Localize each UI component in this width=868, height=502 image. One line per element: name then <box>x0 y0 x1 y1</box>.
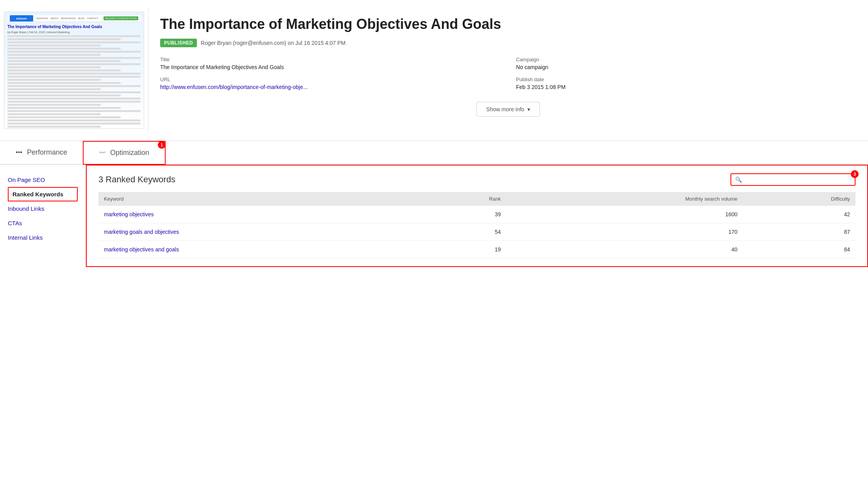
main-content: On Page SEO Ranked Keywords Inbound Link… <box>0 165 868 267</box>
keyword-cell: marketing objectives <box>98 206 421 223</box>
published-badge: PUBLISHED <box>160 39 197 47</box>
monthly-search-volume-cell: 40 <box>506 241 743 258</box>
tab-performance-label: Performance <box>27 148 67 157</box>
difficulty-cell: 87 <box>743 223 855 241</box>
keyword-link[interactable]: marketing objectives <box>104 211 154 217</box>
monthly-search-volume-cell: 170 <box>506 223 743 241</box>
keywords-content-area: 3 Ranked Keywords 🔍 3 Keyword Rank Month… <box>86 165 868 267</box>
keyword-search-input[interactable] <box>744 177 851 183</box>
col-rank: Rank <box>421 192 506 206</box>
table-row: marketing objectives and goals 19 40 84 <box>98 241 855 258</box>
keyword-cell: marketing objectives and goals <box>98 241 421 258</box>
table-header: Keyword Rank Monthly search volume Diffi… <box>98 192 855 206</box>
meta-grid: Title The Importance of Marketing Object… <box>160 57 856 90</box>
sidebar: On Page SEO Ranked Keywords Inbound Link… <box>0 165 86 267</box>
search-icon: 🔍 <box>735 176 742 183</box>
optimization-badge: 1 <box>158 141 166 149</box>
preview-panel: enfusen SERVICES ABOUT RESOURCES BLOG CO… <box>0 8 148 133</box>
meta-campaign: Campaign No campaign <box>516 57 856 70</box>
sidebar-item-ctas[interactable]: CTAs <box>8 216 78 230</box>
bar-chart-icon: ▪▪▪ <box>16 149 22 156</box>
keyword-cell: marketing goals and objectives <box>98 223 421 241</box>
meta-url: URL http://www.enfusen.com/blog/importan… <box>160 77 500 90</box>
content-header: 3 Ranked Keywords 🔍 3 <box>98 173 855 186</box>
wave-icon: 〰 <box>99 150 105 157</box>
sidebar-item-internal-links[interactable]: Internal Links <box>8 230 78 245</box>
col-difficulty: Difficulty <box>743 192 855 206</box>
preview-title: The Importance of Marketing Objectives A… <box>7 24 141 29</box>
keyword-link[interactable]: marketing goals and objectives <box>104 229 179 235</box>
table-body: marketing objectives 39 1600 42 marketin… <box>98 206 855 258</box>
sidebar-item-ranked-keywords[interactable]: Ranked Keywords <box>8 187 78 201</box>
rank-cell: 54 <box>421 223 506 241</box>
article-url-link[interactable]: http://www.enfusen.com/blog/importance-o… <box>160 84 307 90</box>
top-section: enfusen SERVICES ABOUT RESOURCES BLOG CO… <box>0 0 868 141</box>
mock-logo: enfusen <box>10 15 33 21</box>
page-wrapper: enfusen SERVICES ABOUT RESOURCES BLOG CO… <box>0 0 868 267</box>
col-monthly-search-volume: Monthly search volume <box>506 192 743 206</box>
published-info: Roger Bryan (roger@enfusen.com) on Jul 1… <box>201 40 346 46</box>
table-row: marketing objectives 39 1600 42 <box>98 206 855 223</box>
tab-optimization[interactable]: 〰 Optimization 1 <box>83 141 166 165</box>
tabs-section: ▪▪▪ Performance 〰 Optimization 1 <box>0 141 868 165</box>
meta-publish-date: Publish date Feb 3 2015 1:08 PM <box>516 77 856 90</box>
tab-performance[interactable]: ▪▪▪ Performance <box>0 141 83 165</box>
ranked-keywords-title: 3 Ranked Keywords <box>98 174 175 185</box>
preview-author: by Roger Bryan | Feb 03, 2015 | Inbound … <box>7 31 141 34</box>
difficulty-cell: 84 <box>743 241 855 258</box>
difficulty-cell: 42 <box>743 206 855 223</box>
keyword-link[interactable]: marketing objectives and goals <box>104 246 179 253</box>
monthly-search-volume-cell: 1600 <box>506 206 743 223</box>
published-row: PUBLISHED Roger Bryan (roger@enfusen.com… <box>160 39 856 47</box>
keyword-search-box: 🔍 3 <box>730 173 855 186</box>
sidebar-item-inbound-links[interactable]: Inbound Links <box>8 201 78 216</box>
table-row: marketing goals and objectives 54 170 87 <box>98 223 855 241</box>
article-title: The Importance of Marketing Objectives A… <box>160 16 856 32</box>
chevron-down-icon: ▾ <box>527 106 530 112</box>
show-more-label: Show more info <box>486 106 524 112</box>
search-badge: 3 <box>851 170 859 178</box>
rank-cell: 19 <box>421 241 506 258</box>
article-preview-image: enfusen SERVICES ABOUT RESOURCES BLOG CO… <box>4 12 144 129</box>
tab-optimization-label: Optimization <box>110 149 149 157</box>
show-more-button[interactable]: Show more info ▾ <box>477 102 540 117</box>
details-panel: The Importance of Marketing Objectives A… <box>148 8 868 133</box>
col-keyword: Keyword <box>98 192 421 206</box>
rank-cell: 39 <box>421 206 506 223</box>
meta-title: Title The Importance of Marketing Object… <box>160 57 500 70</box>
sidebar-item-on-page-seo[interactable]: On Page SEO <box>8 173 78 187</box>
keywords-table: Keyword Rank Monthly search volume Diffi… <box>98 192 855 258</box>
